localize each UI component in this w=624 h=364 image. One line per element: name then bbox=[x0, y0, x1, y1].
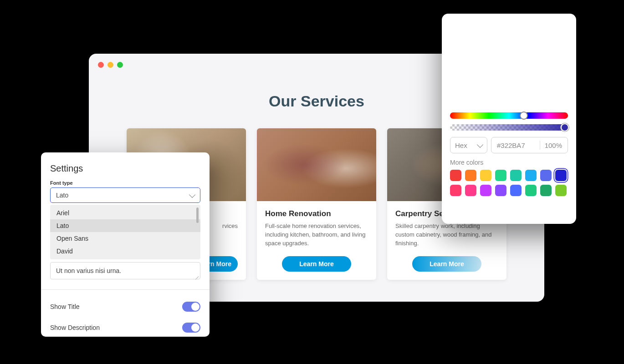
font-option[interactable]: David bbox=[50, 245, 200, 258]
color-swatch[interactable] bbox=[525, 185, 537, 196]
font-option[interactable]: Ariel bbox=[50, 207, 200, 219]
color-swatch[interactable] bbox=[480, 185, 491, 196]
color-format-value: Hex bbox=[455, 142, 467, 149]
divider bbox=[540, 141, 540, 150]
service-card: Home Renovation Full-scale home renovati… bbox=[257, 128, 376, 280]
alpha-slider[interactable] bbox=[450, 124, 568, 131]
service-card-title: Home Renovation bbox=[265, 209, 368, 218]
window-maximize-icon[interactable] bbox=[117, 62, 123, 68]
resize-handle-icon[interactable] bbox=[194, 273, 199, 278]
show-title-toggle[interactable] bbox=[182, 302, 200, 312]
learn-more-button[interactable]: Learn More bbox=[282, 256, 351, 272]
color-swatch[interactable] bbox=[555, 170, 567, 181]
color-saturation-canvas[interactable] bbox=[450, 22, 568, 106]
hue-slider[interactable] bbox=[450, 112, 568, 119]
color-swatch[interactable] bbox=[525, 170, 537, 181]
color-swatch[interactable] bbox=[540, 170, 552, 181]
alpha-overlay bbox=[450, 124, 568, 131]
color-input-row: Hex #322BA7 100% bbox=[450, 137, 568, 153]
color-swatch[interactable] bbox=[450, 185, 461, 196]
font-type-value: Lato bbox=[56, 192, 68, 199]
color-swatch[interactable] bbox=[510, 170, 522, 181]
show-title-label: Show Title bbox=[50, 303, 80, 310]
settings-title: Settings bbox=[50, 163, 200, 174]
show-title-row: Show Title bbox=[50, 296, 200, 317]
show-description-label: Show Description bbox=[50, 324, 100, 331]
show-description-toggle[interactable] bbox=[182, 323, 200, 333]
window-controls bbox=[98, 62, 123, 68]
color-swatch[interactable] bbox=[510, 185, 522, 196]
color-format-select[interactable]: Hex bbox=[450, 137, 487, 153]
more-colors-label: More colors bbox=[450, 159, 568, 166]
font-type-label: Font type bbox=[50, 180, 200, 186]
service-card-body: Home Renovation Full-scale home renovati… bbox=[257, 201, 376, 280]
text-input[interactable]: Ut non varius nisi urna. bbox=[50, 262, 200, 279]
color-swatch[interactable] bbox=[480, 170, 491, 181]
hex-value: #322BA7 bbox=[497, 142, 535, 149]
color-swatch[interactable] bbox=[555, 185, 567, 196]
font-option[interactable]: Lato bbox=[50, 219, 200, 232]
settings-panel: Settings Font type Lato Ariel Lato Open … bbox=[41, 152, 210, 337]
service-card-image bbox=[257, 128, 376, 201]
dropdown-scrollbar[interactable] bbox=[196, 207, 199, 223]
color-swatch[interactable] bbox=[495, 170, 506, 181]
font-type-dropdown: Ariel Lato Open Sans David bbox=[50, 205, 200, 259]
swatch-grid bbox=[450, 170, 568, 196]
chevron-down-icon bbox=[189, 191, 195, 197]
window-close-icon[interactable] bbox=[98, 62, 104, 68]
color-swatch[interactable] bbox=[495, 185, 506, 196]
color-swatch[interactable] bbox=[540, 185, 552, 196]
color-picker-panel: Hex #322BA7 100% More colors bbox=[442, 14, 576, 224]
font-option[interactable]: Open Sans bbox=[50, 232, 200, 245]
color-swatch[interactable] bbox=[465, 170, 476, 181]
chevron-down-icon bbox=[477, 141, 483, 147]
alpha-value: 100% bbox=[545, 142, 562, 149]
service-card-description: Full-scale home renovation services, inc… bbox=[265, 222, 368, 248]
learn-more-button[interactable]: Learn More bbox=[412, 256, 481, 272]
font-type-select[interactable]: Lato bbox=[50, 187, 200, 203]
hue-slider-thumb[interactable] bbox=[520, 111, 528, 120]
show-description-row: Show Description bbox=[50, 317, 200, 338]
service-card-description: Skilled carpentry work, including custom… bbox=[395, 222, 498, 248]
hex-input-box[interactable]: #322BA7 100% bbox=[491, 137, 568, 153]
color-swatch[interactable] bbox=[465, 185, 476, 196]
divider bbox=[41, 289, 210, 290]
color-swatch[interactable] bbox=[450, 170, 461, 181]
alpha-slider-thumb[interactable] bbox=[561, 123, 569, 131]
window-minimize-icon[interactable] bbox=[107, 62, 113, 68]
